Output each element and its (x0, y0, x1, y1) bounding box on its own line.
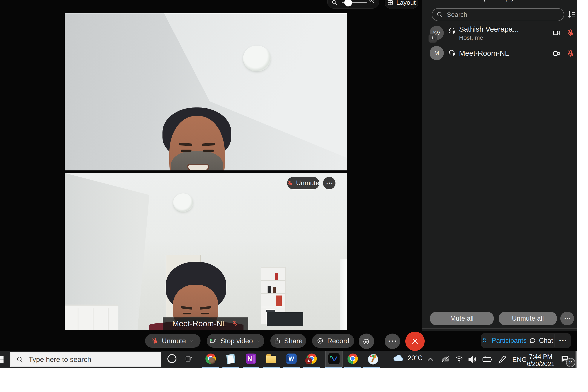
chrome-meet-button[interactable] (302, 351, 322, 367)
pen-input-icon[interactable] (497, 354, 506, 364)
taskbar-search-input[interactable] (28, 355, 141, 364)
taskbar-search[interactable] (10, 352, 161, 367)
start-button-icon[interactable] (0, 355, 4, 364)
profile-avatar (209, 358, 215, 364)
panel-more-button[interactable]: ••• (560, 312, 574, 326)
participants-panel: Participants (2) SV Sathish Ve (422, 0, 577, 332)
task-view-button[interactable] (178, 351, 198, 367)
participants-toggle-button[interactable]: Participants (481, 333, 528, 348)
person-badge (305, 358, 312, 364)
chrome-icon (206, 354, 216, 364)
share-label: Share (284, 337, 302, 345)
unmute-button[interactable]: Unmute (145, 334, 200, 348)
battery-charging-icon[interactable] (482, 356, 492, 363)
participant-row[interactable]: M Meet-Room-NL (422, 44, 577, 63)
video-unmute-label: Unmute (296, 179, 319, 187)
more-options-button[interactable]: ••• (385, 334, 400, 349)
tray-chevron-up-icon[interactable] (426, 356, 434, 362)
participant-name: Sathish Veerapa... (459, 25, 519, 33)
video-name-bar: Meet-Room-NL (163, 318, 248, 330)
cortana-icon (168, 354, 176, 363)
reactions-button[interactable] (359, 334, 374, 349)
panel-footer-divider (422, 328, 577, 329)
share-button[interactable]: Share (270, 334, 306, 348)
mic-off-icon (287, 180, 293, 186)
weather-cloud-icon (393, 354, 404, 362)
language-indicator[interactable]: ENG (512, 356, 527, 364)
avatar-initials: M (434, 50, 439, 56)
stop-video-label: Stop video (220, 337, 253, 345)
layout-button[interactable]: Layout (385, 0, 418, 9)
wifi-icon[interactable] (454, 354, 464, 364)
video-name-label: Meet-Room-NL (172, 319, 227, 328)
mic-off-icon[interactable] (566, 29, 575, 37)
participant-row[interactable]: SV Sathish Veerapa... Host, me (422, 23, 577, 44)
taskbar-edge-line (576, 351, 576, 368)
mic-off-icon (151, 337, 158, 344)
video-feed-self (65, 13, 347, 170)
mute-all-button[interactable]: Mute all (430, 312, 494, 326)
mic-off-icon (232, 320, 238, 327)
zoom-out-icon[interactable] (332, 0, 338, 6)
weather-tray-item[interactable]: 20°C (393, 354, 422, 362)
mic-off-icon[interactable] (566, 50, 575, 58)
camera-on-icon (552, 29, 560, 37)
more-icon: ••• (387, 339, 398, 344)
clock-time: 7:44 PM (526, 353, 555, 360)
chrome-profile-button[interactable] (200, 351, 221, 367)
search-icon (436, 11, 443, 18)
notepad-icon (226, 354, 236, 364)
sharing-badge-icon (428, 34, 437, 42)
video-more-button[interactable]: ••• (323, 177, 336, 189)
chrome-icon (306, 354, 317, 364)
zoom-slider-knob[interactable] (344, 0, 352, 6)
more-panels-button[interactable]: ••• (554, 333, 571, 348)
word-icon: W (286, 354, 296, 364)
desktop-screen: Unmute ••• Meet-Room-NL (0, 0, 588, 392)
end-meeting-button[interactable] (405, 332, 425, 351)
webex-icon (328, 353, 340, 364)
bed-headboard (65, 304, 118, 330)
sideboard (267, 312, 303, 326)
weather-temp: 20°C (408, 354, 422, 362)
record-label: Record (327, 337, 349, 345)
record-button[interactable]: Record (312, 334, 354, 348)
clock-date: 6/20/2021 (526, 360, 555, 368)
action-center-button[interactable]: 2 (560, 354, 574, 365)
volume-icon[interactable] (468, 355, 477, 364)
onedrive-paused-icon[interactable] (441, 355, 451, 363)
chat-toggle-label: Chat (539, 337, 553, 344)
chrome-button[interactable] (342, 351, 363, 367)
video-unmute-button[interactable]: Unmute (287, 177, 319, 189)
participant-search-input[interactable] (432, 8, 564, 21)
chevron-down-icon[interactable] (189, 338, 194, 344)
sort-participants-icon[interactable] (567, 10, 576, 19)
taskbar-clock[interactable]: 7:44 PM 6/20/2021 (526, 353, 555, 368)
chat-toggle-button[interactable]: Chat (528, 333, 554, 348)
unmute-all-button[interactable]: Unmute all (498, 312, 557, 326)
window-light (340, 259, 347, 330)
webex-button[interactable] (326, 351, 342, 367)
ceiling-speaker (173, 194, 193, 212)
search-icon (16, 356, 24, 363)
notification-badge: 2 (566, 358, 575, 367)
onenote-icon: N (246, 354, 256, 364)
headset-icon (448, 27, 456, 34)
record-icon (317, 338, 324, 344)
smiley-plus-icon (362, 338, 370, 345)
chevron-down-icon[interactable] (256, 338, 262, 344)
onenote-button[interactable]: N (241, 351, 261, 367)
word-button[interactable]: W (281, 351, 302, 367)
zoom-control (327, 0, 379, 8)
more-icon: ••• (325, 181, 333, 185)
paint-button[interactable] (363, 351, 383, 367)
stop-video-button[interactable]: Stop video (207, 334, 264, 348)
more-icon: ••• (558, 338, 567, 343)
zoom-in-icon[interactable] (369, 0, 375, 4)
headset-icon (448, 49, 456, 57)
mute-all-label: Mute all (450, 315, 474, 322)
meeting-window: Unmute ••• Meet-Room-NL (0, 0, 577, 351)
participants-toggle-label: Participants (492, 337, 526, 344)
notepad-button[interactable] (221, 351, 241, 367)
file-explorer-button[interactable] (261, 351, 281, 367)
